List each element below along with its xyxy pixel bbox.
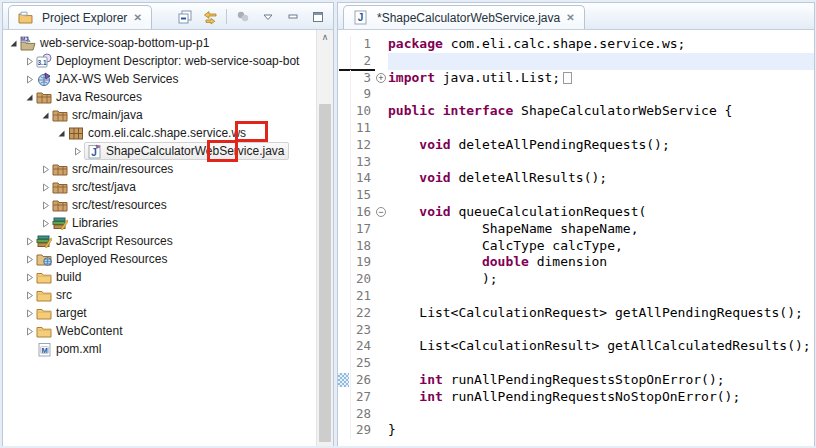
code-text[interactable]: int runAllPendingRequestsStopOnError(); xyxy=(388,372,814,389)
code-editor[interactable]: 1package com.eli.calc.shape.service.ws;2… xyxy=(338,30,814,446)
annotation-ruler[interactable] xyxy=(338,372,350,389)
expand-arrow-icon[interactable] xyxy=(55,124,68,142)
line-number[interactable]: 16 xyxy=(350,204,374,221)
line-number[interactable]: 9 xyxy=(350,86,374,103)
annotation-ruler[interactable] xyxy=(338,187,350,204)
explorer-scrollbar[interactable]: ∧ xyxy=(316,30,333,446)
expand-arrow-icon[interactable] xyxy=(23,70,36,88)
tree-item-src-main-java[interactable]: src/main/java xyxy=(3,106,333,124)
code-line-11[interactable]: 11 xyxy=(338,120,814,137)
code-line-16[interactable]: 16− void queueCalculationRequest( xyxy=(338,204,814,221)
tree-item-java-resources[interactable]: Java Resources xyxy=(3,88,333,106)
line-number[interactable]: 22 xyxy=(350,305,374,322)
code-text[interactable] xyxy=(388,53,814,70)
code-line-12[interactable]: 12 void deleteAllPendingRequests(); xyxy=(338,137,814,154)
code-line-3[interactable]: 3+import java.util.List; xyxy=(338,70,814,87)
code-text[interactable] xyxy=(388,288,814,305)
line-number[interactable]: 13 xyxy=(350,154,374,171)
code-line-27[interactable]: 27 int runAllPendingRequestsNoStopOnErro… xyxy=(338,389,814,406)
collapsed-region-icon[interactable] xyxy=(563,72,572,84)
code-text[interactable] xyxy=(388,322,814,339)
code-line-24[interactable]: 24 List<CalculationResult> getAllCalcula… xyxy=(338,338,814,355)
tree-item-src-main-resources[interactable]: src/main/resources xyxy=(3,160,333,178)
line-number[interactable]: 29 xyxy=(350,422,374,439)
expand-arrow-icon[interactable] xyxy=(7,34,20,52)
code-text[interactable]: CalcType calcType, xyxy=(388,238,814,255)
code-text[interactable] xyxy=(388,86,814,103)
code-text[interactable]: int runAllPendingRequestsNoStopOnError()… xyxy=(388,389,814,406)
annotation-ruler[interactable] xyxy=(338,221,350,238)
code-line-22[interactable]: 22 List<CalculationRequest> getAllPendin… xyxy=(338,305,814,322)
expand-arrow-icon[interactable] xyxy=(39,160,52,178)
line-number[interactable]: 12 xyxy=(350,137,374,154)
expand-arrow-icon[interactable] xyxy=(23,88,36,106)
code-text[interactable]: void deleteAllResults(); xyxy=(388,170,814,187)
expand-arrow-icon[interactable] xyxy=(23,322,36,340)
code-line-20[interactable]: 20 ); xyxy=(338,271,814,288)
line-number[interactable]: 20 xyxy=(350,271,374,288)
annotation-ruler[interactable] xyxy=(338,422,350,439)
annotation-ruler[interactable] xyxy=(338,238,350,255)
close-icon[interactable]: ✕ xyxy=(132,12,142,23)
code-line-19[interactable]: 19 double dimension xyxy=(338,254,814,271)
line-number[interactable]: 26 xyxy=(350,372,374,389)
focus-on-active-task-icon[interactable] xyxy=(234,8,252,25)
scrollbar-thumb[interactable] xyxy=(319,104,331,442)
tree-item-com-eli-calc-shape-service-ws[interactable]: com.eli.calc.shape.service.ws xyxy=(3,124,333,142)
annotation-ruler[interactable] xyxy=(338,288,350,305)
annotation-ruler[interactable] xyxy=(338,53,350,70)
close-icon[interactable]: ✕ xyxy=(565,12,575,23)
code-text[interactable]: void queueCalculationRequest( xyxy=(388,204,814,221)
fold-expand-icon[interactable]: + xyxy=(374,70,388,87)
line-number[interactable]: 10 xyxy=(350,103,374,120)
expand-arrow-icon[interactable] xyxy=(23,268,36,286)
tree-item-libraries[interactable]: Libraries xyxy=(3,214,333,232)
tree-item-build[interactable]: build xyxy=(3,268,333,286)
code-text[interactable]: import java.util.List; xyxy=(388,70,814,87)
tree-item-deployment-descriptor-web-service-soap-b[interactable]: 3.1Deployment Descriptor: web-service-so… xyxy=(3,52,333,70)
line-number[interactable]: 24 xyxy=(350,338,374,355)
minimize-icon[interactable] xyxy=(284,8,302,25)
code-line-2[interactable]: 2 xyxy=(338,53,814,70)
annotation-ruler[interactable] xyxy=(338,204,350,221)
code-line-15[interactable]: 15 xyxy=(338,187,814,204)
annotation-ruler[interactable] xyxy=(338,103,350,120)
expand-arrow-icon[interactable] xyxy=(23,286,36,304)
annotation-ruler[interactable] xyxy=(338,36,350,53)
code-line-29[interactable]: 29} xyxy=(338,422,814,439)
code-text[interactable] xyxy=(388,120,814,137)
code-line-10[interactable]: 10public interface ShapeCalculatorWebSer… xyxy=(338,103,814,120)
annotation-ruler[interactable] xyxy=(338,154,350,171)
code-line-18[interactable]: 18 CalcType calcType, xyxy=(338,238,814,255)
code-text[interactable]: List<CalculationResult> getAllCalculated… xyxy=(388,338,814,355)
code-text[interactable]: package com.eli.calc.shape.service.ws; xyxy=(388,36,814,53)
annotation-ruler[interactable] xyxy=(338,355,350,372)
line-number[interactable]: 3 xyxy=(350,70,374,87)
line-number[interactable]: 23 xyxy=(350,322,374,339)
tree-item-webcontent[interactable]: WebContent xyxy=(3,322,333,340)
link-with-editor-icon[interactable] xyxy=(201,8,219,25)
line-number[interactable]: 17 xyxy=(350,221,374,238)
annotation-ruler[interactable] xyxy=(338,338,350,355)
annotation-ruler[interactable] xyxy=(338,305,350,322)
code-line-13[interactable]: 13 xyxy=(338,154,814,171)
view-menu-icon[interactable] xyxy=(259,8,277,25)
line-number[interactable]: 11 xyxy=(350,120,374,137)
line-number[interactable]: 2 xyxy=(350,53,374,70)
annotation-ruler[interactable] xyxy=(338,254,350,271)
expand-arrow-icon[interactable] xyxy=(23,232,36,250)
code-line-28[interactable]: 28 xyxy=(338,406,814,423)
tree-item-pom-xml[interactable]: Mpom.xml xyxy=(3,340,333,358)
line-number[interactable]: 18 xyxy=(350,238,374,255)
expand-arrow-icon[interactable] xyxy=(39,106,52,124)
code-text[interactable]: ShapeName shapeName, xyxy=(388,221,814,238)
annotation-ruler[interactable] xyxy=(338,137,350,154)
tree-item-src-test-java[interactable]: src/test/java xyxy=(3,178,333,196)
code-text[interactable]: void deleteAllPendingRequests(); xyxy=(388,137,814,154)
tree-item-src[interactable]: src xyxy=(3,286,333,304)
annotation-ruler[interactable] xyxy=(338,271,350,288)
code-line-1[interactable]: 1package com.eli.calc.shape.service.ws; xyxy=(338,36,814,53)
expand-arrow-icon[interactable] xyxy=(39,214,52,232)
code-line-26[interactable]: 26 int runAllPendingRequestsStopOnError(… xyxy=(338,372,814,389)
code-line-21[interactable]: 21 xyxy=(338,288,814,305)
